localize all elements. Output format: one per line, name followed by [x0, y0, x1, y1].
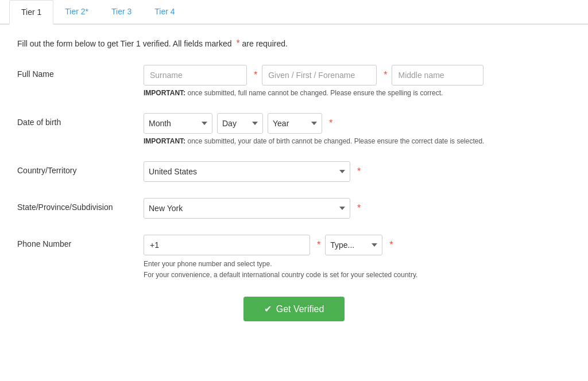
day-select[interactable]: Day 1234 5678 9101112 13141516 17181920 …	[217, 113, 263, 134]
country-row: Country/Territory United States Canada U…	[17, 161, 571, 182]
phone-fields: * Type... Mobile Home Work * Enter your …	[144, 235, 571, 281]
tab-tier4[interactable]: Tier 4	[143, 0, 186, 25]
country-label: Country/Territory	[17, 161, 144, 175]
phone-row: Phone Number * Type... Mobile Home Work …	[17, 235, 571, 281]
state-select[interactable]: New York California Texas Florida	[144, 198, 350, 219]
surname-input[interactable]	[144, 65, 247, 85]
state-label: State/Province/Subdivision	[17, 198, 144, 212]
get-verified-label: Get Verified	[276, 304, 324, 314]
dob-required: *	[329, 118, 332, 129]
form-container: Fill out the form below to get Tier 1 ve…	[0, 25, 588, 344]
tab-tier2[interactable]: Tier 2*	[53, 0, 100, 25]
get-verified-button[interactable]: ✔ Get Verified	[243, 297, 345, 321]
dob-inputs-row: Month JanuaryFebruaryMarch AprilMayJune …	[144, 113, 571, 134]
phone-input[interactable]	[144, 235, 310, 255]
given-required: *	[384, 70, 387, 80]
phone-type-required: *	[389, 240, 393, 250]
phone-required: *	[317, 240, 320, 250]
year-select[interactable]: Year	[268, 113, 322, 134]
checkmark-icon: ✔	[264, 304, 272, 314]
state-fields: New York California Texas Florida *	[144, 198, 571, 219]
country-fields: United States Canada United Kingdom Aust…	[144, 161, 571, 182]
state-inputs-row: New York California Texas Florida *	[144, 198, 571, 219]
dob-fields: Month JanuaryFebruaryMarch AprilMayJune …	[144, 113, 571, 145]
tab-tier1[interactable]: Tier 1	[9, 0, 53, 25]
country-required: *	[357, 166, 361, 177]
country-inputs-row: United States Canada United Kingdom Aust…	[144, 161, 571, 182]
phone-hint: Enter your phone number and select type.…	[144, 259, 571, 281]
given-name-input[interactable]	[262, 65, 377, 85]
page-container: Tier 1 Tier 2* Tier 3 Tier 4 Fill out th…	[0, 0, 588, 381]
middle-name-input[interactable]	[392, 65, 483, 85]
country-select[interactable]: United States Canada United Kingdom Aust…	[144, 161, 350, 182]
tab-tier3[interactable]: Tier 3	[100, 0, 143, 25]
dob-row: Date of birth Month JanuaryFebruaryMarch…	[17, 113, 571, 145]
full-name-label: Full Name	[17, 65, 144, 79]
phone-inputs-row: * Type... Mobile Home Work *	[144, 235, 571, 255]
full-name-note: IMPORTANT: once submitted, full name can…	[144, 89, 571, 97]
phone-type-select[interactable]: Type... Mobile Home Work	[325, 235, 382, 255]
button-row: ✔ Get Verified	[17, 297, 571, 321]
dob-note: IMPORTANT: once submitted, your date of …	[144, 137, 571, 145]
state-row: State/Province/Subdivision New York Cali…	[17, 198, 571, 219]
dob-label: Date of birth	[17, 113, 144, 127]
required-star-instruction: *	[236, 38, 239, 48]
full-name-row: Full Name * * IMPORTANT: once submitted,…	[17, 65, 571, 97]
month-select[interactable]: Month JanuaryFebruaryMarch AprilMayJune …	[144, 113, 212, 134]
surname-required: *	[254, 70, 257, 80]
tab-bar: Tier 1 Tier 2* Tier 3 Tier 4	[0, 0, 588, 25]
full-name-inputs-row: * *	[144, 65, 571, 85]
phone-label: Phone Number	[17, 235, 144, 248]
state-required: *	[357, 203, 361, 213]
full-name-fields: * * IMPORTANT: once submitted, full name…	[144, 65, 571, 97]
form-instruction: Fill out the form below to get Tier 1 ve…	[17, 38, 571, 49]
